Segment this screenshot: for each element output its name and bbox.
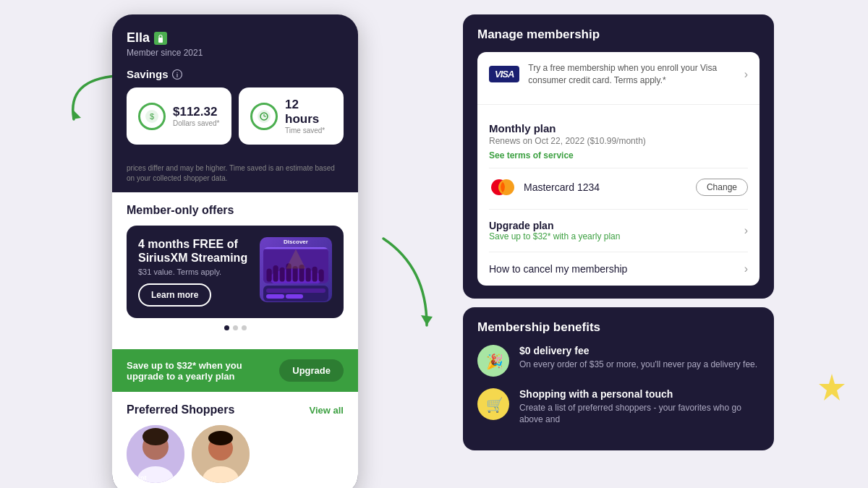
benefit-delivery: 🎉 $0 delivery fee On every order of $35 … (477, 345, 760, 377)
divider-2 (489, 168, 748, 168)
visa-chevron-icon: › (744, 68, 748, 81)
fade-text: prices differ and may be higher. Time sa… (112, 163, 358, 192)
carousel-dots (127, 318, 344, 338)
svg-rect-22 (319, 269, 324, 281)
cancel-chevron-icon: › (744, 262, 748, 275)
svg-text:Shipt: Shipt (130, 474, 147, 481)
personal-title: Shopping with a personal touch (519, 388, 760, 400)
preferred-title: Preferred Shoppers (127, 403, 234, 416)
learn-more-button[interactable]: Learn more (138, 283, 211, 307)
benefits-title: Membership benefits (477, 320, 760, 335)
cancel-membership-row[interactable]: How to cancel my membership › (477, 252, 760, 286)
delivery-icon: 🎉 (477, 345, 509, 377)
upgrade-button[interactable]: Upgrade (279, 359, 344, 382)
shopper-avatar-2 (192, 425, 250, 483)
dollar-icon: $ (138, 103, 166, 130)
lock-icon (154, 32, 167, 45)
svg-marker-2 (72, 111, 81, 119)
time-saved-card: 12 hours Time saved* (239, 87, 344, 145)
upgrade-chevron-icon: › (744, 224, 748, 237)
shoppers-row: Shipt (127, 425, 344, 483)
offer-title: 4 months FREE of SiriusXM Streaming (138, 237, 252, 265)
dot-1 (224, 325, 229, 330)
terms-link[interactable]: See terms of service (489, 150, 748, 160)
delivery-title: $0 delivery fee (519, 345, 757, 356)
savings-cards: $ $112.32 Dollars saved* (127, 87, 344, 152)
svg-text:i: i (176, 72, 178, 79)
plan-renew: Renews on Oct 22, 2022 ($10.99/month) (489, 136, 748, 146)
delivery-desc: On every order of $35 or more, you'll ne… (519, 359, 757, 371)
svg-rect-20 (306, 267, 311, 281)
view-all-link[interactable]: View all (310, 405, 344, 416)
visa-promo-text: Try a free membership when you enroll yo… (528, 62, 735, 87)
user-name: Ella (127, 30, 344, 46)
upgrade-plan-title: Upgrade plan (489, 220, 744, 231)
svg-text:$: $ (150, 112, 154, 121)
upgrade-plan-sub: Save up to $32* with a yearly plan (489, 231, 744, 241)
member-since: Member since 2021 (127, 48, 344, 58)
svg-marker-38 (819, 374, 845, 401)
svg-point-26 (142, 428, 169, 445)
svg-text:🛒: 🛒 (486, 396, 502, 413)
dollars-sub: Dollars saved* (173, 119, 219, 127)
svg-rect-3 (158, 38, 163, 43)
benefit-personal: 🛒 Shopping with a personal touch Create … (477, 388, 760, 427)
right-panels: Manage membership VISA Try a free member… (463, 14, 774, 450)
offer-image: Discover (260, 237, 332, 302)
dollars-amount: $112.32 (173, 105, 219, 119)
visa-logo: VISA (489, 66, 519, 82)
cancel-text: How to cancel my membership (489, 263, 744, 275)
change-card-button[interactable]: Change (696, 179, 748, 196)
time-amount: 12 hours (285, 98, 332, 127)
mastercard-icon (489, 179, 516, 196)
svg-rect-21 (312, 266, 318, 281)
phone-left: Ella Member since 2021 Savings i (112, 14, 358, 488)
time-sub: Time saved* (285, 127, 332, 134)
plan-title: Monthly plan (489, 122, 748, 134)
dot-3 (242, 325, 247, 330)
clock-icon (250, 103, 278, 130)
member-offers-title: Member-only offers (127, 204, 344, 217)
upgrade-banner: Save up to $32* when you upgrade to a ye… (112, 349, 358, 392)
upgrade-plan-row[interactable]: Upgrade plan Save up to $32* with a year… (477, 210, 760, 252)
card-name: Mastercard 1234 (524, 181, 689, 193)
savings-label: Savings i (127, 68, 344, 80)
svg-point-31 (208, 431, 233, 445)
deco-star-yellow (817, 372, 846, 401)
shopper-avatar-1: Shipt (127, 425, 184, 483)
divider-1 (477, 104, 760, 105)
svg-rect-16 (280, 267, 285, 281)
svg-rect-15 (273, 265, 278, 282)
manage-panel-title: Manage membership (477, 27, 760, 42)
dot-2 (233, 325, 238, 330)
personal-desc: Create a list of preferred shoppers - yo… (519, 402, 760, 427)
visa-promo-row[interactable]: VISA Try a free membership when you enro… (477, 52, 760, 97)
monthly-plan-section: Monthly plan Renews on Oct 22, 2022 ($10… (477, 112, 760, 209)
manage-panel-card: VISA Try a free membership when you enro… (477, 52, 760, 286)
dollars-saved-card: $ $112.32 Dollars saved* (127, 87, 231, 145)
member-offers-section: Member-only offers 4 months FREE of Siri… (112, 192, 358, 349)
phone-header: Ella Member since 2021 Savings i (112, 14, 358, 163)
svg-rect-14 (267, 268, 272, 281)
offer-sub: $31 value. Terms apply. (138, 267, 252, 276)
svg-text:🎉: 🎉 (486, 353, 502, 369)
upgrade-banner-text: Save up to $32* when you upgrade to a ye… (127, 360, 279, 382)
offer-card: 4 months FREE of SiriusXM Streaming $31 … (127, 226, 344, 318)
manage-membership-panel: Manage membership VISA Try a free member… (463, 14, 774, 299)
payment-card-row: Mastercard 1234 Change (489, 176, 748, 199)
membership-benefits-panel: Membership benefits 🎉 $0 delivery fee On… (463, 307, 774, 451)
preferred-section: Preferred Shoppers View all Shipt (112, 392, 358, 488)
svg-marker-33 (421, 315, 433, 325)
cart-icon: 🛒 (477, 388, 509, 420)
info-icon: i (172, 69, 182, 80)
